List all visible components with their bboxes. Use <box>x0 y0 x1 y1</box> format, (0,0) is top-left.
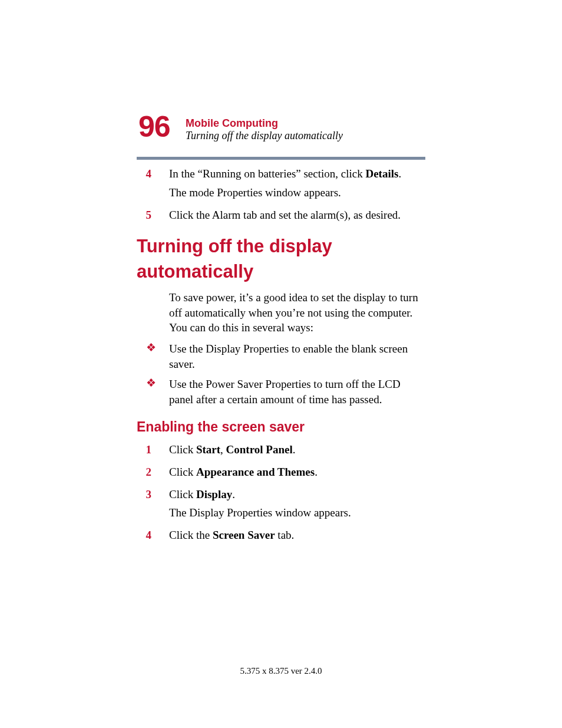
diamond-bullet-icon: ❖ <box>137 341 169 372</box>
step-number: 3 <box>137 487 169 525</box>
bullet-item: ❖Use the Display Properties to enable th… <box>137 341 425 372</box>
bullet-list: ❖Use the Display Properties to enable th… <box>137 341 425 407</box>
step-number: 2 <box>137 465 169 483</box>
steps-ordered-list: 1Click Start, Control Panel.2Click Appea… <box>137 442 425 546</box>
content-area: 4In the “Running on batteries” section, … <box>137 166 425 550</box>
list-number: 5 <box>137 207 169 226</box>
header-rule <box>137 157 425 160</box>
step-item: 4Click the Screen Saver tab. <box>137 528 425 546</box>
list-body: In the “Running on batteries” section, c… <box>169 166 425 204</box>
step-body: Click Appearance and Themes. <box>169 465 425 483</box>
bullet-item: ❖Use the Power Saver Properties to turn … <box>137 377 425 407</box>
step-item: 3Click Display.The Display Properties wi… <box>137 487 425 525</box>
step-item: 2Click Appearance and Themes. <box>137 465 425 483</box>
step-body: Click Display.The Display Properties win… <box>169 487 425 525</box>
continued-ordered-list: 4In the “Running on batteries” section, … <box>137 166 425 226</box>
diamond-bullet-icon: ❖ <box>137 377 169 407</box>
chapter-title: Mobile Computing <box>186 117 278 130</box>
bullet-text: Use the Display Properties to enable the… <box>169 341 425 372</box>
step-body: Click the Screen Saver tab. <box>169 528 425 546</box>
step-item: 1Click Start, Control Panel. <box>137 442 425 461</box>
list-item: 4In the “Running on batteries” section, … <box>137 166 425 204</box>
page: 96 Mobile Computing Turning off the disp… <box>0 0 562 728</box>
list-body: Click the Alarm tab and set the alarm(s)… <box>169 207 425 226</box>
section-heading: Turning off the display automatically <box>137 234 425 284</box>
list-number: 4 <box>137 166 169 204</box>
step-number: 4 <box>137 528 169 546</box>
intro-paragraph: To save power, it’s a good idea to set t… <box>137 290 425 335</box>
step-body: Click Start, Control Panel. <box>169 442 425 461</box>
list-item: 5Click the Alarm tab and set the alarm(s… <box>137 207 425 226</box>
running-head-subtitle: Turning off the display automatically <box>186 130 343 142</box>
page-number: 96 <box>138 110 170 144</box>
subsection-heading: Enabling the screen saver <box>137 418 425 436</box>
footer-version: 5.375 x 8.375 ver 2.4.0 <box>0 666 562 676</box>
bullet-text: Use the Power Saver Properties to turn o… <box>169 377 425 407</box>
step-number: 1 <box>137 442 169 461</box>
